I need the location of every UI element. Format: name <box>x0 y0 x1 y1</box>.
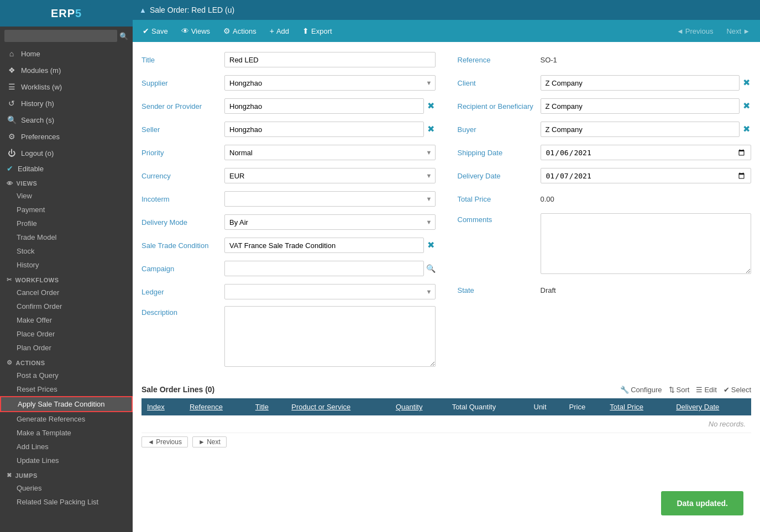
delivery-mode-value: By Air ▼ <box>224 214 436 230</box>
total-price-row: Total Price 0.00 <box>458 190 752 208</box>
col-total-quantity[interactable]: Total Quantity <box>447 398 528 415</box>
sidebar-item-make-offer[interactable]: Make Offer <box>0 313 133 327</box>
ledger-select[interactable] <box>224 284 436 299</box>
delivery-date-input[interactable] <box>541 168 752 183</box>
sidebar-item-home[interactable]: ⌂ Home <box>0 45 133 62</box>
shipping-date-row: Shipping Date <box>458 144 752 161</box>
col-delivery-date[interactable]: Delivery Date <box>670 398 751 415</box>
incoterm-select[interactable] <box>224 191 436 207</box>
campaign-search-button[interactable]: 🔍 <box>426 264 436 273</box>
sidebar-item-trade-model[interactable]: Trade Model <box>0 230 133 244</box>
sidebar-item-worklists[interactable]: ☰ Worklists (w) <box>0 78 133 95</box>
configure-button[interactable]: 🔧 Configure <box>620 386 662 394</box>
select-button[interactable]: ✔ Select <box>724 386 751 394</box>
sidebar-item-search[interactable]: 🔍 Search (s) <box>0 112 133 128</box>
add-button[interactable]: + Add <box>264 24 295 38</box>
sender-input[interactable] <box>224 98 424 114</box>
toolbar: ✔ Save 👁 Views ⚙ Actions + Add ⬆ Export … <box>133 20 760 42</box>
col-quantity[interactable]: Quantity <box>390 398 447 415</box>
sale-trade-condition-clear-button[interactable]: ✖ <box>426 241 436 250</box>
sidebar-item-modules[interactable]: ❖ Modules (m) <box>0 62 133 78</box>
sidebar-item-place-order[interactable]: Place Order <box>0 327 133 341</box>
edit-button[interactable]: ☰ Edit <box>696 386 716 394</box>
ledger-value: ▼ <box>224 284 436 299</box>
priority-value: Normal ▼ <box>224 145 436 160</box>
views-button[interactable]: 👁 Views <box>176 24 216 38</box>
reference-value: SO-1 <box>541 56 752 64</box>
content-area: Title Supplier Hongzhao ▼ <box>133 42 760 532</box>
actions-button[interactable]: ⚙ Actions <box>218 24 262 38</box>
sidebar-item-payment[interactable]: Payment <box>0 203 133 217</box>
table-previous-button[interactable]: ◄ Previous <box>141 436 188 447</box>
col-index[interactable]: Index <box>141 398 184 415</box>
col-title[interactable]: Title <box>250 398 286 415</box>
previous-button[interactable]: ◄ Previous <box>671 24 719 38</box>
export-button[interactable]: ⬆ Export <box>297 24 338 38</box>
currency-select[interactable]: EUR <box>224 168 436 183</box>
col-product-service[interactable]: Product or Service <box>286 398 390 415</box>
sidebar-item-add-lines[interactable]: Add Lines <box>0 440 133 454</box>
delivery-date-row: Delivery Date <box>458 167 752 185</box>
col-price[interactable]: Price <box>564 398 605 415</box>
table-next-button[interactable]: ► Next <box>192 436 227 447</box>
sidebar-item-confirm-order[interactable]: Confirm Order <box>0 299 133 313</box>
client-row: Client ✖ <box>458 74 752 92</box>
sidebar-item-history[interactable]: ↺ History (h) <box>0 95 133 112</box>
save-button[interactable]: ✔ Save <box>137 24 174 38</box>
shipping-date-input[interactable] <box>541 145 752 160</box>
next-button[interactable]: Next ► <box>721 24 756 38</box>
comments-textarea[interactable] <box>541 213 752 274</box>
sidebar-item-profile[interactable]: Profile <box>0 217 133 230</box>
campaign-label: Campaign <box>141 265 224 273</box>
sidebar-item-queries[interactable]: Queries <box>0 481 133 495</box>
erp5-logo: ERP5 <box>42 4 91 23</box>
sidebar-item-cancel-order[interactable]: Cancel Order <box>0 286 133 299</box>
campaign-input[interactable] <box>224 261 424 276</box>
col-total-price[interactable]: Total Price <box>604 398 670 415</box>
sender-clear-button[interactable]: ✖ <box>426 102 436 110</box>
client-value: ✖ <box>541 75 752 91</box>
title-input[interactable] <box>224 52 436 67</box>
sidebar-search-button[interactable]: 🔍 <box>119 32 128 40</box>
client-clear-button[interactable]: ✖ <box>742 78 751 87</box>
buyer-clear-button[interactable]: ✖ <box>742 125 751 134</box>
sidebar-search-input[interactable] <box>4 30 117 42</box>
views-icon: 👁 <box>7 180 13 187</box>
sidebar-item-view[interactable]: View <box>0 189 133 203</box>
seller-input[interactable] <box>224 122 424 137</box>
col-unit[interactable]: Unit <box>528 398 564 415</box>
sidebar-item-update-lines[interactable]: Update Lines <box>0 454 133 467</box>
sort-icon: ⇅ <box>669 386 675 394</box>
sidebar-item-logout[interactable]: ⏻ Logout (o) <box>0 145 133 161</box>
sidebar-item-generate-references[interactable]: Generate References <box>0 412 133 426</box>
priority-select[interactable]: Normal <box>224 145 436 160</box>
state-label: State <box>458 286 541 294</box>
sidebar-item-related-sale-packing-list[interactable]: Related Sale Packing List <box>0 495 133 509</box>
sale-trade-condition-input[interactable] <box>224 238 424 253</box>
supplier-select[interactable]: Hongzhao <box>224 75 436 91</box>
sidebar-item-make-template[interactable]: Make a Template <box>0 426 133 440</box>
buyer-input[interactable] <box>541 122 740 137</box>
sidebar-item-stock[interactable]: Stock <box>0 244 133 258</box>
sale-order-lines-title: Sale Order Lines (0) <box>141 385 214 394</box>
recipient-input[interactable] <box>541 98 740 114</box>
sidebar-item-history-view[interactable]: History <box>0 258 133 272</box>
sidebar-item-reset-prices[interactable]: Reset Prices <box>0 382 133 396</box>
sidebar-item-plan-order[interactable]: Plan Order <box>0 341 133 355</box>
recipient-clear-button[interactable]: ✖ <box>742 102 751 110</box>
sidebar-item-apply-sale-trade-condition[interactable]: Apply Sale Trade Condition <box>0 396 133 412</box>
client-input[interactable] <box>541 75 740 91</box>
col-reference[interactable]: Reference <box>184 398 250 415</box>
sender-label: Sender or Provider <box>141 102 224 110</box>
form-grid: Title Supplier Hongzhao ▼ <box>141 51 751 374</box>
delivery-mode-select[interactable]: By Air <box>224 214 436 230</box>
sidebar-item-preferences[interactable]: ⚙ Preferences <box>0 128 133 145</box>
description-textarea[interactable] <box>224 306 436 367</box>
sort-button[interactable]: ⇅ Sort <box>669 386 690 394</box>
seller-clear-button[interactable]: ✖ <box>426 125 436 134</box>
currency-label: Currency <box>141 172 224 180</box>
sale-trade-condition-label: Sale Trade Condition <box>141 241 224 250</box>
sale-order-lines-section-header: Sale Order Lines (0) 🔧 Configure ⇅ Sort … <box>141 383 751 394</box>
sidebar-item-post-query[interactable]: Post a Query <box>0 368 133 382</box>
modules-icon: ❖ <box>7 66 17 75</box>
